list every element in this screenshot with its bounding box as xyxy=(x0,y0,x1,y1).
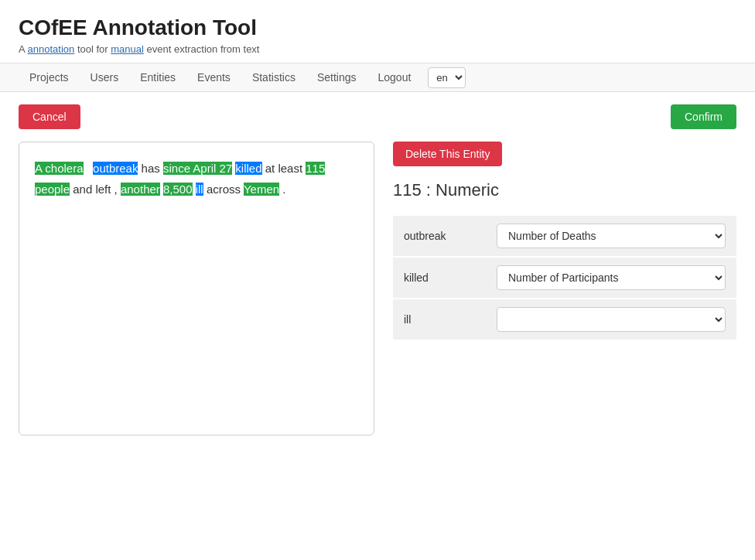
relation-select-ill[interactable]: Number of Deaths Number of Participants … xyxy=(497,307,726,332)
highlight-8500: 8,500 xyxy=(163,183,193,196)
main-content: A cholera outbreak has since April 27 ki… xyxy=(0,142,755,454)
nav-events[interactable]: Events xyxy=(186,63,241,91)
nav-logout[interactable]: Logout xyxy=(367,63,422,91)
annotation-link[interactable]: annotation xyxy=(28,43,75,55)
confirm-button[interactable]: Confirm xyxy=(671,104,736,129)
entity-title: 115 : Numeric xyxy=(393,180,736,200)
relation-label-ill: ill xyxy=(404,313,497,326)
highlight-people: people xyxy=(35,183,70,196)
relation-select-killed[interactable]: Number of Deaths Number of Participants … xyxy=(497,265,726,290)
highlight-yemen: Yemen xyxy=(244,183,279,196)
nav-projects[interactable]: Projects xyxy=(19,63,80,91)
language-select[interactable]: en de fr xyxy=(428,67,466,88)
nav-statistics[interactable]: Statistics xyxy=(241,63,306,91)
relation-row-killed: killed Number of Deaths Number of Partic… xyxy=(393,258,736,298)
highlight-killed: killed xyxy=(235,162,261,175)
relation-label-killed: killed xyxy=(404,271,497,284)
highlight-ill: ill xyxy=(196,183,203,196)
nav-entities[interactable]: Entities xyxy=(129,63,186,91)
toolbar: Cancel Confirm xyxy=(0,92,755,142)
highlight-since-april-27: since April 27 xyxy=(163,162,232,175)
delete-entity-button[interactable]: Delete This Entity xyxy=(393,142,502,166)
relation-select-outbreak[interactable]: Number of Deaths Number of Participants … xyxy=(497,224,726,248)
page-title: COfEE Annotation Tool xyxy=(19,15,736,40)
relations-list: outbreak Number of Deaths Number of Part… xyxy=(393,216,736,340)
relation-row-ill: ill Number of Deaths Number of Participa… xyxy=(393,299,736,340)
highlight-cholera: A cholera xyxy=(35,162,84,175)
nav-users[interactable]: Users xyxy=(80,63,130,91)
nav-settings[interactable]: Settings xyxy=(306,63,367,91)
navbar: Projects Users Entities Events Statistic… xyxy=(0,63,755,92)
relation-row-outbreak: outbreak Number of Deaths Number of Part… xyxy=(393,216,736,256)
page-subtitle: A annotation tool for manual event extra… xyxy=(19,43,736,55)
text-panel: A cholera outbreak has since April 27 ki… xyxy=(19,142,374,435)
relation-label-outbreak: outbreak xyxy=(404,230,497,242)
page-header: COfEE Annotation Tool A annotation tool … xyxy=(0,0,755,63)
highlight-another: another xyxy=(121,183,160,196)
cancel-button[interactable]: Cancel xyxy=(19,104,80,129)
manual-link[interactable]: manual xyxy=(111,43,144,55)
right-panel: Delete This Entity 115 : Numeric outbrea… xyxy=(393,142,736,435)
highlight-outbreak: outbreak xyxy=(93,162,138,175)
highlight-115: 115 xyxy=(306,162,325,175)
